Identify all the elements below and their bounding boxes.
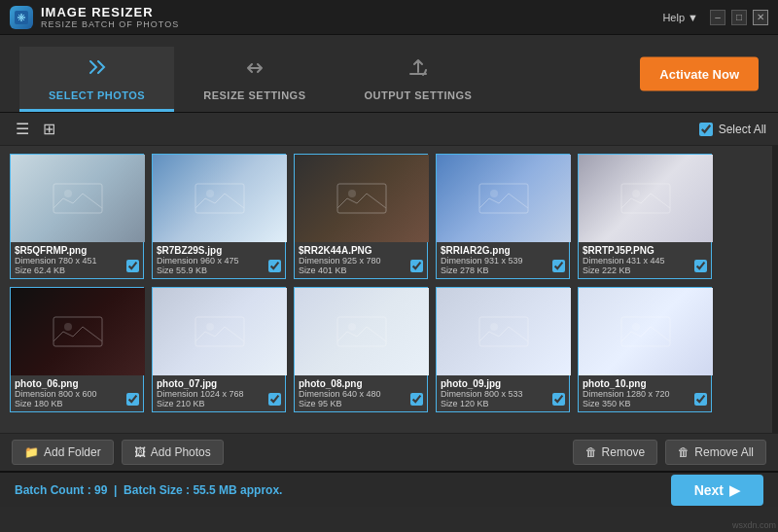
photo-select-checkbox[interactable]	[268, 260, 281, 272]
photo-info: photo_09.jpg Dimension 800 x 533 Size 12…	[437, 375, 569, 411]
status-bar: Batch Count : 99 | Batch Size : 55.5 MB …	[0, 472, 778, 507]
app-title-text: IMAGE RESIZER RESIZE BATCH OF PHOTOS	[41, 5, 179, 29]
next-arrow-icon: ▶	[729, 482, 740, 498]
photo-item[interactable]: photo_09.jpg Dimension 800 x 533 Size 12…	[436, 287, 570, 412]
grid-view-icon: ⊞	[43, 121, 55, 137]
photo-name: photo_08.png	[299, 378, 423, 389]
add-photos-button[interactable]: 🖼 Add Photos	[122, 440, 224, 465]
list-view-button[interactable]: ☰	[12, 118, 33, 140]
app-title-main: IMAGE RESIZER	[41, 5, 179, 19]
photo-item[interactable]: $RRTPJ5P.PNG Dimension 431 x 445 Size 22…	[578, 154, 712, 279]
next-button[interactable]: Next ▶	[671, 475, 763, 506]
photo-thumbnail	[579, 155, 713, 242]
photo-select-checkbox[interactable]	[126, 260, 139, 272]
photo-dimension: Dimension 780 x 451	[15, 256, 139, 266]
tab-select-photos-label: SELECT PHOTOS	[49, 89, 145, 101]
select-all-checkbox[interactable]	[699, 123, 713, 136]
app-icon	[10, 6, 33, 29]
photo-thumbnail	[437, 288, 571, 375]
photo-select-checkbox[interactable]	[552, 393, 565, 406]
folder-icon: 📁	[24, 445, 39, 459]
photo-select-checkbox[interactable]	[410, 260, 423, 272]
photo-item[interactable]: photo_10.png Dimension 1280 x 720 Size 3…	[578, 287, 712, 412]
photo-info: $RRIAR2G.png Dimension 931 x 539 Size 27…	[437, 242, 569, 278]
close-button[interactable]: ✕	[753, 10, 768, 25]
photo-item[interactable]: photo_07.jpg Dimension 1024 x 768 Size 2…	[152, 287, 286, 412]
batch-info: Batch Count : 99 | Batch Size : 55.5 MB …	[15, 483, 282, 497]
photo-info: photo_10.png Dimension 1280 x 720 Size 3…	[579, 375, 711, 411]
photos-grid: $R5QFRMP.png Dimension 780 x 451 Size 62…	[0, 146, 778, 433]
app-title-sub: RESIZE BATCH OF PHOTOS	[41, 19, 179, 29]
svg-point-4	[206, 190, 214, 197]
output-settings-icon	[407, 56, 430, 86]
svg-point-14	[206, 323, 214, 331]
photo-name: photo_09.jpg	[441, 378, 565, 389]
activate-now-button[interactable]: Activate Now	[640, 56, 759, 90]
help-button[interactable]: Help ▼	[656, 10, 704, 25]
tab-select-photos[interactable]: SELECT PHOTOS	[19, 47, 174, 112]
photo-info: photo_08.png Dimension 640 x 480 Size 95…	[295, 375, 427, 411]
photo-thumbnail	[11, 288, 145, 375]
add-folder-label: Add Folder	[44, 445, 101, 459]
photo-select-checkbox[interactable]	[552, 260, 565, 272]
trash-icon: 🗑	[585, 445, 597, 459]
photo-dimension: Dimension 931 x 539	[441, 256, 565, 266]
photo-dimension: Dimension 431 x 445	[583, 256, 707, 266]
photo-info: $R5QFRMP.png Dimension 780 x 451 Size 62…	[11, 242, 143, 278]
photo-thumbnail	[153, 288, 287, 375]
photo-select-checkbox[interactable]	[694, 393, 707, 406]
photo-size: Size 55.9 KB	[157, 266, 281, 275]
batch-count-label: Batch Count :	[15, 483, 94, 497]
photo-name: $RR2K44A.PNG	[299, 245, 423, 256]
photo-size: Size 278 KB	[441, 266, 565, 275]
maximize-button[interactable]: □	[731, 10, 747, 25]
tab-output-settings[interactable]: OUTPUT SETTINGS	[336, 47, 502, 112]
batch-count-value: 99	[94, 483, 107, 497]
add-photos-icon: 🖼	[134, 445, 146, 459]
remove-button[interactable]: 🗑 Remove	[573, 440, 658, 465]
photo-info: photo_07.jpg Dimension 1024 x 768 Size 2…	[153, 375, 285, 411]
photo-thumbnail	[437, 155, 571, 242]
resize-settings-icon	[243, 56, 266, 86]
title-bar-left: IMAGE RESIZER RESIZE BATCH OF PHOTOS	[10, 5, 179, 29]
select-all-label: Select All	[719, 123, 766, 136]
photo-info: $R7BZ29S.jpg Dimension 960 x 475 Size 55…	[153, 242, 285, 278]
photo-size: Size 210 KB	[157, 399, 281, 408]
photo-item[interactable]: $RRIAR2G.png Dimension 931 x 539 Size 27…	[436, 154, 570, 279]
view-toggle: ☰ ⊞	[12, 118, 59, 140]
photo-item[interactable]: photo_06.png Dimension 800 x 600 Size 18…	[10, 287, 144, 412]
photo-select-checkbox[interactable]	[268, 393, 281, 406]
select-photos-icon	[86, 56, 109, 86]
svg-point-16	[348, 323, 356, 331]
photo-dimension: Dimension 1024 x 768	[157, 389, 281, 399]
photo-item[interactable]: photo_08.png Dimension 640 x 480 Size 95…	[294, 287, 428, 412]
photo-select-checkbox[interactable]	[694, 260, 707, 272]
photo-select-checkbox[interactable]	[410, 393, 423, 406]
svg-point-18	[490, 323, 498, 331]
photo-thumbnail	[11, 155, 145, 242]
photo-info: $RR2K44A.PNG Dimension 925 x 780 Size 40…	[295, 242, 427, 278]
photo-info: $RRTPJ5P.PNG Dimension 431 x 445 Size 22…	[579, 242, 711, 278]
tab-output-settings-label: OUTPUT SETTINGS	[365, 89, 473, 101]
add-folder-button[interactable]: 📁 Add Folder	[12, 440, 114, 465]
remove-all-button[interactable]: 🗑 Remove All	[665, 440, 766, 465]
batch-size-value: 55.5 MB approx.	[193, 483, 282, 497]
photo-item[interactable]: $R7BZ29S.jpg Dimension 960 x 475 Size 55…	[152, 154, 286, 279]
photo-info: photo_06.png Dimension 800 x 600 Size 18…	[11, 375, 143, 411]
photo-size: Size 120 KB	[441, 399, 565, 408]
svg-point-12	[64, 323, 72, 331]
minimize-button[interactable]: –	[710, 10, 725, 25]
list-view-icon: ☰	[16, 121, 29, 137]
photo-name: photo_07.jpg	[157, 378, 281, 389]
photo-item[interactable]: $RR2K44A.PNG Dimension 925 x 780 Size 40…	[294, 154, 428, 279]
title-bar: IMAGE RESIZER RESIZE BATCH OF PHOTOS Hel…	[0, 0, 778, 35]
select-all-area: Select All	[699, 123, 766, 136]
tab-resize-settings[interactable]: RESIZE SETTINGS	[174, 47, 335, 112]
photo-size: Size 180 KB	[15, 399, 139, 408]
separator: | Batch Size :	[111, 483, 194, 497]
title-bar-right: Help ▼ – □ ✕	[656, 10, 768, 25]
grid-view-button[interactable]: ⊞	[39, 118, 59, 140]
remove-all-label: Remove All	[694, 445, 754, 459]
photo-item[interactable]: $R5QFRMP.png Dimension 780 x 451 Size 62…	[10, 154, 144, 279]
photo-select-checkbox[interactable]	[126, 393, 139, 406]
